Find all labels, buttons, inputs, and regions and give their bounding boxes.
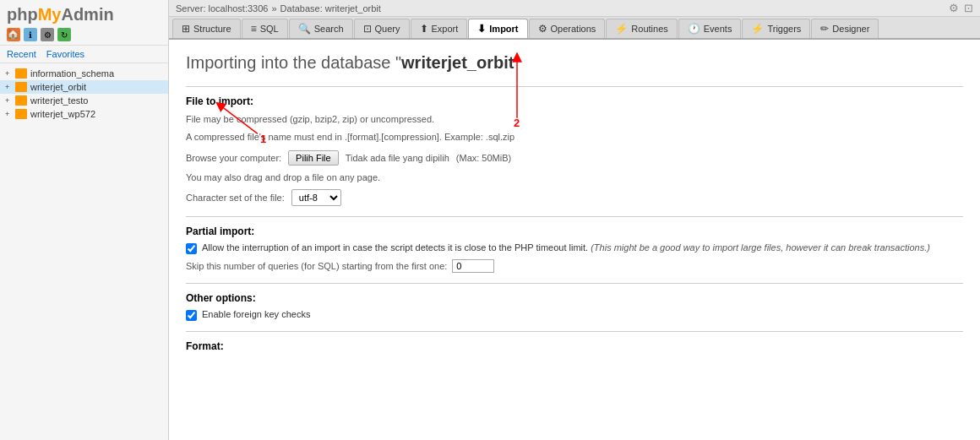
tab-import[interactable]: ⬇Import xyxy=(468,19,527,38)
foreign-key-label: Enable foreign key checks xyxy=(202,309,310,319)
designer-tab-label: Designer xyxy=(832,24,869,34)
db-item-label: writerjet_orbit xyxy=(30,82,86,92)
operations-tab-icon: ⚙ xyxy=(538,23,547,35)
sidebar-db-item[interactable]: + writerjet_testo xyxy=(0,94,168,107)
settings-icon[interactable]: ⚙ xyxy=(949,2,959,14)
format-title: Format: xyxy=(186,340,963,352)
logo-admin: Admin xyxy=(61,5,113,24)
db-item-label: information_schema xyxy=(30,68,114,79)
server-breadcrumb[interactable]: Server: localhost:3306 xyxy=(176,3,268,14)
file-import-section: File to import: File may be compressed (… xyxy=(186,86,963,206)
file-desc1: File may be compressed (gzip, bzip2, zip… xyxy=(186,112,963,127)
tab-events[interactable]: 🕐Events xyxy=(678,19,742,38)
tab-structure[interactable]: ⊞Structure xyxy=(172,19,241,38)
events-tab-label: Events xyxy=(704,24,732,34)
db-icon xyxy=(15,95,27,106)
recent-favorites-bar: Recent Favorites xyxy=(0,46,168,63)
drag-drop-note: You may also drag and drop a file on any… xyxy=(186,172,963,182)
format-section: Format: xyxy=(186,331,963,352)
allow-interrupt-checkbox[interactable] xyxy=(186,243,197,254)
other-options-title: Other options: xyxy=(186,292,963,304)
tab-export[interactable]: ⬆Export xyxy=(411,19,468,38)
db-name-title: writerjet_orbit xyxy=(401,53,514,72)
allow-interrupt-note: (This might be a good way to import larg… xyxy=(591,242,930,253)
charset-row: Character set of the file: utf-8utf-16la… xyxy=(186,189,963,206)
allow-interrupt-label: Allow the interruption of an import in c… xyxy=(202,242,930,253)
favorites-link[interactable]: Favorites xyxy=(46,49,84,59)
file-max: (Max: 50MiB) xyxy=(456,153,511,163)
main-panel: Server: localhost:3306 » Database: write… xyxy=(169,0,980,440)
sql-tab-icon: ≡ xyxy=(251,23,257,35)
db-item-label: writerjet_testo xyxy=(30,95,88,106)
tab-designer[interactable]: ✏Designer xyxy=(811,19,879,38)
expand-icon: + xyxy=(5,110,14,118)
topbar: Server: localhost:3306 » Database: write… xyxy=(169,0,980,17)
tab-routines[interactable]: ⚡Routines xyxy=(606,19,677,38)
allow-interrupt-row: Allow the interruption of an import in c… xyxy=(186,242,963,254)
partial-import-section: Partial import: Allow the interruption o… xyxy=(186,216,963,273)
triggers-tab-label: Triggers xyxy=(767,24,801,34)
other-options-section: Other options: Enable foreign key checks xyxy=(186,283,963,321)
nav-tabs: ⊞Structure≡SQL🔍Search⊡Query⬆Export⬇Impor… xyxy=(169,17,980,40)
charset-label: Character set of the file: xyxy=(186,193,285,203)
export-tab-icon: ⬆ xyxy=(420,23,428,35)
structure-tab-icon: ⊞ xyxy=(182,23,190,35)
logo-icon-settings[interactable]: ⚙ xyxy=(41,28,54,41)
routines-tab-label: Routines xyxy=(631,24,667,34)
tab-operations[interactable]: ⚙Operations xyxy=(529,19,606,38)
logo-icon-info[interactable]: ℹ xyxy=(24,28,37,41)
sidebar: phpMyAdmin 🏠 ℹ ⚙ ↻ Recent Favorites + in… xyxy=(0,0,169,440)
skip-input[interactable] xyxy=(452,259,494,273)
breadcrumb-separator: » xyxy=(271,3,276,14)
database-breadcrumb[interactable]: Database: writerjet_orbit xyxy=(280,3,381,14)
database-list: + information_schema + writerjet_orbit +… xyxy=(0,63,168,440)
expand-icon: + xyxy=(5,69,14,78)
breadcrumb: Server: localhost:3306 » Database: write… xyxy=(176,3,381,14)
settings-icons: ⚙ ⊡ xyxy=(949,2,973,14)
designer-tab-icon: ✏ xyxy=(820,23,829,35)
partial-import-title: Partial import: xyxy=(186,225,963,237)
skip-label: Skip this number of queries (for SQL) st… xyxy=(186,261,447,271)
file-browse-row: Browse your computer: Pilih File Tidak a… xyxy=(186,150,963,166)
import-tab-label: Import xyxy=(489,24,518,34)
file-import-title: File to import: xyxy=(186,95,963,107)
import-tab-icon: ⬇ xyxy=(477,23,486,35)
logo-icon-home[interactable]: 🏠 xyxy=(7,28,20,41)
export-tab-label: Export xyxy=(432,24,459,34)
tab-triggers[interactable]: ⚡Triggers xyxy=(742,19,810,38)
browse-label: Browse your computer: xyxy=(186,153,281,163)
logo-php: php xyxy=(7,5,38,24)
file-name-display: Tidak ada file yang dipilih xyxy=(346,153,449,163)
sql-tab-label: SQL xyxy=(260,24,279,34)
operations-tab-label: Operations xyxy=(551,24,596,34)
tab-sql[interactable]: ≡SQL xyxy=(242,19,288,38)
db-item-label: writerjet_wp572 xyxy=(30,109,95,119)
logo: phpMyAdmin xyxy=(7,5,161,24)
fullscreen-icon[interactable]: ⊡ xyxy=(964,2,973,14)
search-tab-label: Search xyxy=(314,24,344,34)
logo-area: phpMyAdmin 🏠 ℹ ⚙ ↻ xyxy=(0,0,168,46)
sidebar-db-item[interactable]: + information_schema xyxy=(0,67,168,80)
query-tab-icon: ⊡ xyxy=(363,23,372,35)
sidebar-db-item[interactable]: + writerjet_wp572 xyxy=(0,107,168,121)
foreign-key-checkbox[interactable] xyxy=(186,310,197,321)
skip-row: Skip this number of queries (for SQL) st… xyxy=(186,259,963,273)
tab-search[interactable]: 🔍Search xyxy=(289,19,353,38)
db-icon xyxy=(15,82,27,92)
structure-tab-label: Structure xyxy=(193,24,231,34)
logo-icon-refresh[interactable]: ↻ xyxy=(57,28,71,41)
recent-link[interactable]: Recent xyxy=(7,49,36,59)
file-desc2: A compressed file's name must end in .[f… xyxy=(186,130,963,144)
events-tab-icon: 🕐 xyxy=(688,23,700,35)
tab-query[interactable]: ⊡Query xyxy=(354,19,410,38)
browse-button[interactable]: Pilih File xyxy=(288,150,339,166)
db-icon xyxy=(15,109,27,119)
expand-icon: + xyxy=(5,83,14,91)
content-area: Importing into the database "writerjet_o… xyxy=(169,40,980,440)
routines-tab-icon: ⚡ xyxy=(615,23,628,35)
charset-select[interactable]: utf-8utf-16latin1ascii xyxy=(291,189,341,206)
foreign-key-row: Enable foreign key checks xyxy=(186,309,963,321)
query-tab-label: Query xyxy=(375,24,400,34)
sidebar-db-item[interactable]: + writerjet_orbit xyxy=(0,80,168,94)
db-icon xyxy=(15,68,27,79)
